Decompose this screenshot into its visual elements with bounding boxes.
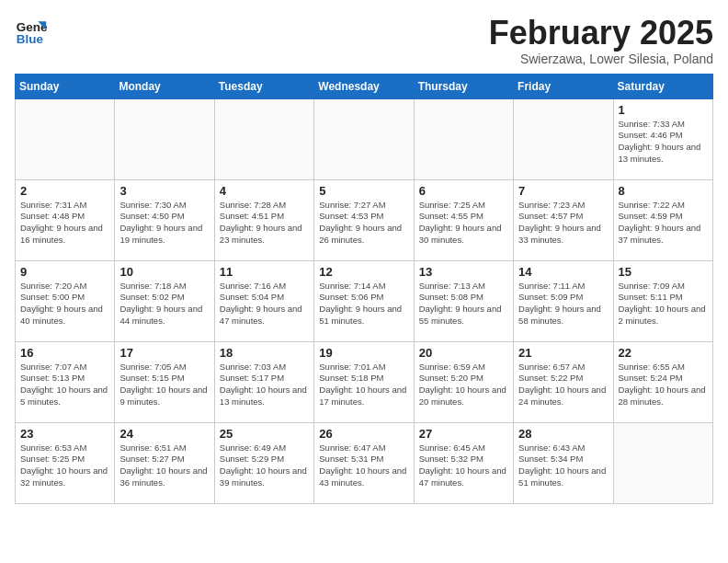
calendar-day-cell: 16Sunrise: 7:07 AM Sunset: 5:13 PM Dayli… [16,341,115,422]
calendar-day-cell: 12Sunrise: 7:14 AM Sunset: 5:06 PM Dayli… [314,260,414,341]
day-number: 25 [220,427,309,441]
day-number: 18 [220,346,309,360]
day-number: 10 [119,265,209,279]
calendar-day-cell: 27Sunrise: 6:45 AM Sunset: 5:32 PM Dayli… [414,422,513,503]
weekday-header-tuesday: Tuesday [214,74,313,98]
title-block: February 2025 Swierzawa, Lower Silesia, … [489,15,713,66]
calendar-day-cell: 18Sunrise: 7:03 AM Sunset: 5:17 PM Dayli… [214,341,313,422]
day-info: Sunrise: 7:30 AM Sunset: 4:50 PM Dayligh… [119,200,209,247]
day-info: Sunrise: 6:57 AM Sunset: 5:22 PM Dayligh… [518,362,608,408]
day-number: 7 [518,184,608,198]
day-number: 28 [518,427,608,441]
day-number: 16 [20,346,109,360]
day-info: Sunrise: 6:43 AM Sunset: 5:34 PM Dayligh… [518,442,608,489]
calendar-week-row: 23Sunrise: 6:53 AM Sunset: 5:25 PM Dayli… [16,422,713,503]
day-number: 15 [619,265,708,279]
logo: General Blue [15,15,48,48]
day-info: Sunrise: 6:59 AM Sunset: 5:20 PM Dayligh… [419,362,508,408]
day-number: 8 [619,184,708,198]
calendar-day-cell: 21Sunrise: 6:57 AM Sunset: 5:22 PM Dayli… [514,341,613,422]
calendar-day-cell: 25Sunrise: 6:49 AM Sunset: 5:29 PM Dayli… [214,422,313,503]
calendar-day-cell [16,98,115,179]
calendar-day-cell [414,98,513,179]
calendar-day-cell: 2Sunrise: 7:31 AM Sunset: 4:48 PM Daylig… [16,179,115,260]
calendar-day-cell: 10Sunrise: 7:18 AM Sunset: 5:02 PM Dayli… [115,260,214,341]
day-number: 23 [20,427,109,441]
weekday-header-row: SundayMondayTuesdayWednesdayThursdayFrid… [16,74,713,98]
calendar-day-cell: 26Sunrise: 6:47 AM Sunset: 5:31 PM Dayli… [314,422,414,503]
calendar-day-cell: 19Sunrise: 7:01 AM Sunset: 5:18 PM Dayli… [314,341,414,422]
day-number: 20 [419,346,508,360]
weekday-header-friday: Friday [514,74,613,98]
calendar-week-row: 1Sunrise: 7:33 AM Sunset: 4:46 PM Daylig… [16,98,713,179]
calendar-day-cell: 5Sunrise: 7:27 AM Sunset: 4:53 PM Daylig… [314,179,414,260]
calendar-day-cell [314,98,414,179]
calendar-day-cell: 20Sunrise: 6:59 AM Sunset: 5:20 PM Dayli… [414,341,513,422]
calendar-day-cell [115,98,214,179]
day-number: 1 [619,103,708,117]
day-info: Sunrise: 6:45 AM Sunset: 5:32 PM Dayligh… [419,442,508,489]
logo-icon: General Blue [15,15,48,48]
calendar-day-cell: 3Sunrise: 7:30 AM Sunset: 4:50 PM Daylig… [115,179,214,260]
day-info: Sunrise: 7:33 AM Sunset: 4:46 PM Dayligh… [619,119,708,166]
calendar-day-cell: 22Sunrise: 6:55 AM Sunset: 5:24 PM Dayli… [613,341,712,422]
calendar-day-cell: 17Sunrise: 7:05 AM Sunset: 5:15 PM Dayli… [115,341,214,422]
weekday-header-wednesday: Wednesday [314,74,414,98]
day-info: Sunrise: 7:13 AM Sunset: 5:08 PM Dayligh… [419,281,508,327]
day-info: Sunrise: 7:22 AM Sunset: 4:59 PM Dayligh… [619,200,708,247]
day-number: 22 [619,346,708,360]
day-info: Sunrise: 7:01 AM Sunset: 5:18 PM Dayligh… [319,362,408,408]
calendar-day-cell [613,422,712,503]
day-number: 12 [319,265,408,279]
day-info: Sunrise: 6:49 AM Sunset: 5:29 PM Dayligh… [220,442,309,489]
calendar-day-cell: 7Sunrise: 7:23 AM Sunset: 4:57 PM Daylig… [514,179,613,260]
calendar-day-cell: 13Sunrise: 7:13 AM Sunset: 5:08 PM Dayli… [414,260,513,341]
day-info: Sunrise: 7:31 AM Sunset: 4:48 PM Dayligh… [20,200,109,247]
day-info: Sunrise: 7:14 AM Sunset: 5:06 PM Dayligh… [319,281,408,327]
day-info: Sunrise: 7:25 AM Sunset: 4:55 PM Dayligh… [419,200,508,247]
day-info: Sunrise: 7:27 AM Sunset: 4:53 PM Dayligh… [319,200,408,247]
calendar-table: SundayMondayTuesdayWednesdayThursdayFrid… [15,74,713,504]
calendar-day-cell: 6Sunrise: 7:25 AM Sunset: 4:55 PM Daylig… [414,179,513,260]
calendar-week-row: 9Sunrise: 7:20 AM Sunset: 5:00 PM Daylig… [16,260,713,341]
day-number: 19 [319,346,408,360]
day-info: Sunrise: 7:28 AM Sunset: 4:51 PM Dayligh… [220,200,309,247]
day-number: 11 [220,265,309,279]
calendar-day-cell: 1Sunrise: 7:33 AM Sunset: 4:46 PM Daylig… [613,98,712,179]
day-number: 24 [119,427,209,441]
day-info: Sunrise: 6:51 AM Sunset: 5:27 PM Dayligh… [119,442,209,489]
day-info: Sunrise: 7:05 AM Sunset: 5:15 PM Dayligh… [119,362,209,408]
calendar-day-cell: 28Sunrise: 6:43 AM Sunset: 5:34 PM Dayli… [514,422,613,503]
calendar-day-cell: 8Sunrise: 7:22 AM Sunset: 4:59 PM Daylig… [613,179,712,260]
calendar-day-cell [514,98,613,179]
svg-text:Blue: Blue [17,32,44,46]
weekday-header-sunday: Sunday [16,74,115,98]
calendar-day-cell: 24Sunrise: 6:51 AM Sunset: 5:27 PM Dayli… [115,422,214,503]
day-info: Sunrise: 7:18 AM Sunset: 5:02 PM Dayligh… [119,281,209,327]
month-title: February 2025 [489,15,713,52]
calendar-week-row: 16Sunrise: 7:07 AM Sunset: 5:13 PM Dayli… [16,341,713,422]
day-number: 3 [119,184,209,198]
day-info: Sunrise: 6:53 AM Sunset: 5:25 PM Dayligh… [20,442,109,489]
day-number: 21 [518,346,608,360]
day-number: 4 [220,184,309,198]
day-info: Sunrise: 7:20 AM Sunset: 5:00 PM Dayligh… [20,281,109,327]
day-number: 2 [20,184,109,198]
calendar-day-cell: 23Sunrise: 6:53 AM Sunset: 5:25 PM Dayli… [16,422,115,503]
day-number: 14 [518,265,608,279]
day-info: Sunrise: 7:23 AM Sunset: 4:57 PM Dayligh… [518,200,608,247]
calendar-day-cell: 14Sunrise: 7:11 AM Sunset: 5:09 PM Dayli… [514,260,613,341]
calendar-day-cell: 9Sunrise: 7:20 AM Sunset: 5:00 PM Daylig… [16,260,115,341]
day-number: 27 [419,427,508,441]
day-number: 9 [20,265,109,279]
day-info: Sunrise: 7:07 AM Sunset: 5:13 PM Dayligh… [20,362,109,408]
day-number: 17 [119,346,209,360]
calendar-week-row: 2Sunrise: 7:31 AM Sunset: 4:48 PM Daylig… [16,179,713,260]
weekday-header-thursday: Thursday [414,74,513,98]
day-number: 6 [419,184,508,198]
day-info: Sunrise: 6:55 AM Sunset: 5:24 PM Dayligh… [619,362,708,408]
day-info: Sunrise: 7:11 AM Sunset: 5:09 PM Dayligh… [518,281,608,327]
weekday-header-monday: Monday [115,74,214,98]
day-number: 13 [419,265,508,279]
day-info: Sunrise: 7:16 AM Sunset: 5:04 PM Dayligh… [220,281,309,327]
